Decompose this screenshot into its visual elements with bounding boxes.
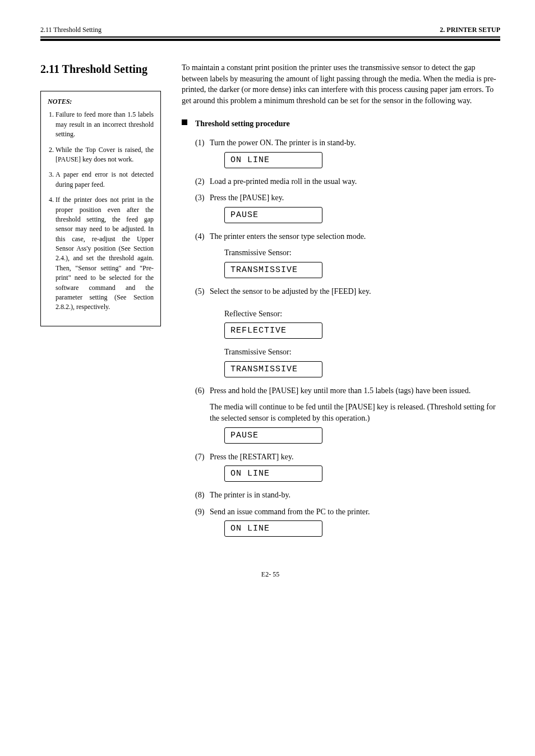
- note-item: A paper end error is not detected during…: [56, 170, 154, 190]
- note-item: If the printer does not print in the pro…: [56, 195, 154, 312]
- step-text: The printer enters the sensor type selec…: [210, 231, 500, 242]
- step-text: Press the [RESTART] key.: [210, 451, 500, 463]
- lcd-display: TRANSMISSIVE: [224, 361, 322, 377]
- step-text: Load a pre-printed media roll in the usu…: [210, 176, 500, 187]
- step-number: (7): [195, 451, 210, 463]
- lcd-display: ON LINE: [224, 465, 322, 482]
- lcd-display: PAUSE: [224, 207, 322, 223]
- step-text: The printer is in stand-by.: [210, 490, 500, 501]
- procedure-title: Threshold setting procedure: [195, 118, 500, 130]
- sensor-label: Reflective Sensor:: [224, 308, 500, 320]
- step-number: (1): [195, 137, 210, 149]
- note-item: Failure to feed more than 1.5 labels may…: [56, 110, 154, 139]
- lcd-display: TRANSMISSIVE: [224, 262, 322, 278]
- step: (2) Load a pre-printed media roll in the…: [195, 176, 500, 187]
- step: (8) The printer is in stand-by.: [195, 490, 500, 501]
- step-number: (5): [195, 286, 210, 297]
- notes-title: NOTES:: [48, 97, 154, 107]
- step-number: (4): [195, 231, 210, 242]
- header-rule-thin: [40, 36, 500, 38]
- lcd-display: ON LINE: [224, 520, 322, 537]
- step-text: Press and hold the [PAUSE] key until mor…: [210, 385, 500, 397]
- section-heading: 2.11 Threshold Setting: [40, 62, 161, 76]
- note-item: While the Top Cover is raised, the [PAUS…: [56, 145, 154, 165]
- step: (7) Press the [RESTART] key.: [195, 451, 500, 463]
- procedure-title-text: Threshold setting procedure: [195, 119, 290, 128]
- step: The media will continue to be fed until …: [195, 402, 500, 423]
- step: (4) The printer enters the sensor type s…: [195, 231, 500, 242]
- header-right-text: 2. PRINTER SETUP: [440, 26, 500, 34]
- step: (3) Press the [PAUSE] key.: [195, 192, 500, 204]
- header-rule-thick: [40, 39, 500, 41]
- step-text: Press the [PAUSE] key.: [210, 192, 500, 204]
- step-number: (9): [195, 506, 210, 518]
- step: (5) Select the sensor to be adjusted by …: [195, 286, 500, 297]
- step-number: (3): [195, 192, 210, 204]
- lcd-display: PAUSE: [224, 427, 322, 444]
- square-bullet-icon: [182, 119, 187, 125]
- lcd-display: ON LINE: [224, 152, 322, 168]
- lcd-display: REFLECTIVE: [224, 322, 322, 339]
- step: (6) Press and hold the [PAUSE] key until…: [195, 385, 500, 397]
- step: (9) Send an issue command from the PC to…: [195, 506, 500, 518]
- step-number: (8): [195, 490, 210, 501]
- page-number: E2- 55: [40, 570, 500, 579]
- intro-paragraph: To maintain a constant print position th…: [182, 62, 500, 106]
- step-text: The media will continue to be fed until …: [210, 402, 500, 423]
- step-number: (6): [195, 385, 210, 397]
- step: (1) Turn the power ON. The printer is in…: [195, 137, 500, 149]
- header-left-text: 2.11 Threshold Setting: [40, 26, 102, 34]
- step-text: Select the sensor to be adjusted by the …: [210, 286, 500, 297]
- sensor-label: Transmissive Sensor:: [224, 247, 500, 259]
- step-number: (2): [195, 176, 210, 187]
- sensor-label: Transmissive Sensor:: [224, 347, 500, 358]
- step-text: Send an issue command from the PC to the…: [210, 506, 500, 518]
- step-text: Turn the power ON. The printer is in sta…: [210, 137, 500, 149]
- notes-box: NOTES: Failure to feed more than 1.5 lab…: [40, 91, 161, 326]
